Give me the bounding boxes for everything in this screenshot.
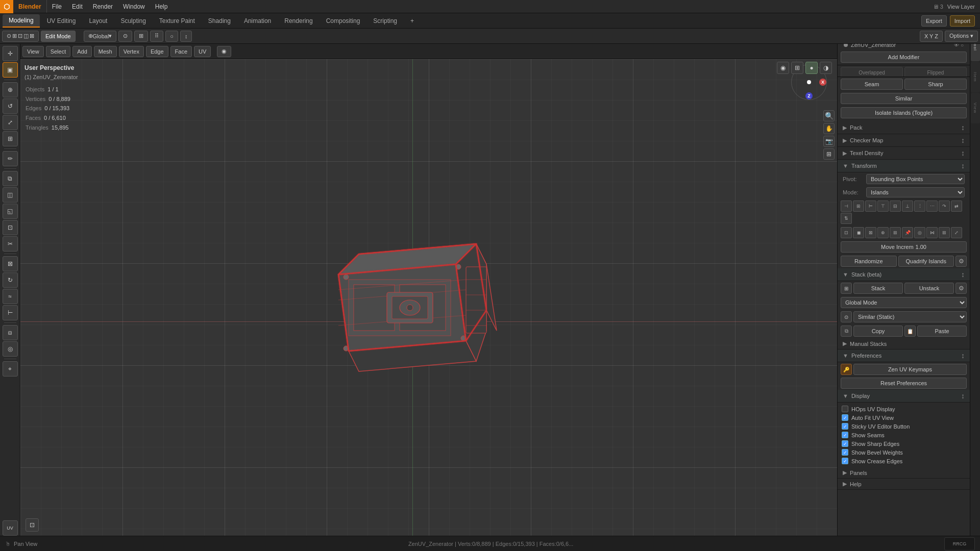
snap-uv-icon[interactable]: ⊞ [890, 227, 901, 238]
align-right-icon[interactable]: ⊢ [865, 201, 876, 212]
annotate-tool[interactable]: ✏ [3, 151, 18, 166]
similar-static-select[interactable]: Similar (Static) [853, 311, 967, 322]
menu-item-render[interactable]: Render [88, 0, 118, 13]
tab-uv-editing[interactable]: UV Editing [41, 14, 82, 28]
solid-shading-btn[interactable]: ● [805, 62, 818, 74]
loop-cut-tool[interactable]: ⊡ [3, 220, 18, 235]
material-shading-btn[interactable]: ◉ [777, 62, 789, 74]
edit-mode-btn[interactable]: Edit Mode [41, 31, 76, 42]
vertex-btn-2[interactable]: Vertex [119, 46, 144, 57]
show-sharp-edges-checkbox[interactable]: ✓ [842, 440, 848, 447]
transform-tool[interactable]: ⊞ [3, 131, 18, 146]
randomize-btn[interactable]: Randomize [841, 256, 897, 267]
tab-layout[interactable]: Layout [83, 14, 113, 28]
sticky-uv-editor-checkbox[interactable]: ✓ [842, 423, 848, 430]
show-crease-edges-checkbox[interactable]: ✓ [842, 458, 848, 464]
scale-tool[interactable]: ⤢ [3, 115, 18, 130]
show-bevel-weights-checkbox[interactable]: ✓ [842, 449, 848, 456]
tab-texture-paint[interactable]: Texture Paint [153, 14, 201, 28]
paste-btn[interactable]: Paste [917, 325, 967, 337]
extrude-tool[interactable]: ⧉ [3, 171, 18, 186]
tab-compositing[interactable]: Compositing [320, 14, 366, 28]
panels-row[interactable]: ▶ Panels [838, 467, 970, 479]
gizmo-z-axis[interactable]: Z [805, 92, 813, 99]
reset-preferences-btn[interactable]: Reset Preferences [841, 378, 967, 389]
copy-icon[interactable]: ⧉ [841, 325, 852, 337]
proportional-btn[interactable]: ○ [165, 31, 178, 42]
stitch-icon[interactable]: ⋈ [926, 227, 938, 238]
rotate-90-icon[interactable]: ↷ [939, 201, 950, 212]
align-left-icon[interactable]: ⊣ [841, 201, 852, 212]
align-middle-icon[interactable]: ⊟ [890, 201, 901, 212]
mirror-icon[interactable]: ⊞ [939, 227, 950, 238]
edge-slide-tool[interactable]: ⊢ [3, 305, 18, 320]
vtab-view[interactable]: View [971, 93, 980, 123]
copy-btn[interactable]: Copy [853, 325, 903, 337]
pin-icon[interactable]: 📌 [902, 227, 913, 238]
edge-btn-2[interactable]: Edge [146, 46, 168, 57]
uv-small-tool[interactable]: UV [3, 520, 18, 536]
overlapped-btn[interactable]: Overlapped [841, 67, 903, 77]
move-tool[interactable]: ⊕ [3, 82, 18, 97]
manual-stacks-row[interactable]: ▶ Manual Stacks [838, 338, 970, 349]
tab-shading[interactable]: Shading [202, 14, 237, 28]
face-btn-2[interactable]: Face [170, 46, 192, 57]
stack-gear-btn[interactable]: ⚙ [955, 283, 967, 294]
pivot-select[interactable]: Bounding Box Points [866, 174, 965, 184]
seam-btn[interactable]: Seam [841, 79, 903, 90]
cursor-tool[interactable]: ✛ [3, 46, 18, 61]
quadrify-gear-btn[interactable]: ⚙ [955, 256, 967, 267]
select-btn-2[interactable]: Select [46, 46, 71, 57]
zen-uv-keymaps-btn[interactable]: Zen UV Keymaps [853, 364, 967, 375]
sharp-btn[interactable]: Sharp [904, 79, 967, 90]
stack-btn[interactable]: Stack [853, 283, 903, 294]
isolate-islands-btn[interactable]: Isolate Islands (Toggle) [841, 107, 967, 118]
flipped-btn[interactable]: Flipped [904, 67, 967, 77]
trans-btn[interactable]: ↕ [180, 31, 192, 42]
stack-icon-btn[interactable]: ⊞ [841, 283, 852, 294]
flip-h-icon[interactable]: ⇄ [951, 201, 962, 212]
orient-icon[interactable]: ⊠ [865, 227, 876, 238]
wireframe-btn[interactable]: ⊞ [791, 62, 803, 74]
menu-item-window[interactable]: Window [118, 0, 150, 13]
shear-tool[interactable]: ⦻ [3, 325, 18, 340]
measure-tool[interactable]: ⌖ [3, 361, 18, 377]
select-tool[interactable]: ▣ [3, 62, 18, 78]
overlay-btn[interactable]: ◉ [217, 46, 231, 57]
display-section-header[interactable]: ▼ Display ↕ [838, 390, 970, 403]
add-btn-2[interactable]: Add [72, 46, 92, 57]
show-seams-checkbox[interactable]: ✓ [842, 432, 848, 438]
menu-item-help[interactable]: Help [150, 0, 173, 13]
flip-v-icon[interactable]: ⇅ [841, 213, 852, 224]
align-bottom-icon[interactable]: ⊥ [902, 201, 913, 212]
uv-btn-2[interactable]: UV [194, 46, 211, 57]
unstack-btn[interactable]: Unstack [904, 283, 954, 294]
world-icon[interactable]: ⊕ [877, 227, 889, 238]
spin-tool[interactable]: ↻ [3, 272, 18, 288]
help-row[interactable]: ▶ Help [838, 479, 970, 490]
menu-item-blender[interactable]: Blender [13, 0, 46, 13]
3d-viewport[interactable]: User Perspective (1) ZenUV_Zenerator Obj… [20, 59, 837, 536]
tab-modeling[interactable]: Modeling [3, 14, 40, 28]
transform-section-header[interactable]: ▼ Transform ↕ [838, 160, 970, 172]
global-mode-btn[interactable]: ⊕ Global ▾ [84, 31, 117, 42]
mode-icons[interactable]: ⊙ ⊞ ⊡ ◫ ⊠ [2, 31, 39, 42]
tab-rendering[interactable]: Rendering [278, 14, 318, 28]
keymaps-icon[interactable]: 🔑 [841, 364, 852, 375]
pan-btn[interactable]: ✋ [823, 123, 835, 134]
xyz-btn[interactable]: X Y Z [920, 31, 943, 42]
tab-sculpting[interactable]: Sculpting [114, 14, 152, 28]
fit-icon[interactable]: ⊡ [841, 227, 852, 238]
stack-section-header[interactable]: ▼ Stack (beta) ↕ [838, 268, 970, 281]
align-center-icon[interactable]: ⊞ [853, 201, 864, 212]
bevel-tool[interactable]: ◱ [3, 204, 18, 219]
vtab-item[interactable]: Item [971, 62, 980, 92]
tab-add[interactable]: + [404, 14, 420, 28]
paste-icon[interactable]: 📋 [904, 325, 916, 337]
auto-fit-uv-checkbox[interactable]: ✓ [842, 414, 848, 421]
hops-uv-display-checkbox[interactable] [842, 406, 848, 412]
add-modifier-btn[interactable]: Add Modifier [841, 52, 967, 63]
global-mode-select[interactable]: Global Mode [841, 297, 967, 308]
quadrify-btn[interactable]: Quadrify Islands [898, 256, 954, 267]
to-sphere-tool[interactable]: ◎ [3, 341, 18, 357]
